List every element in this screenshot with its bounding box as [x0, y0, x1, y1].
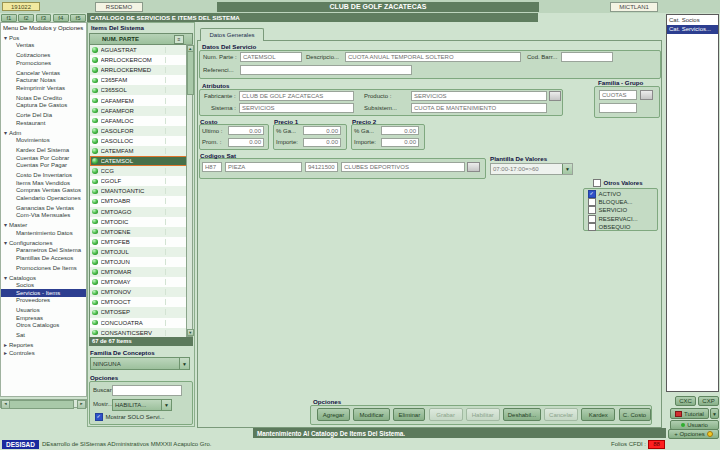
button-agregar[interactable]: Agregar — [317, 408, 350, 421]
option-servicio[interactable]: SERVICIO — [588, 206, 638, 214]
ultimo-input[interactable]: 0.00 — [228, 126, 264, 135]
item-row-casolfor[interactable]: CASOLFOR — [90, 126, 192, 136]
checkbox-servicio[interactable] — [588, 206, 596, 214]
solo-servicios-checkbox[interactable] — [95, 413, 103, 421]
item-row-c365fam[interactable]: C365FAM — [90, 75, 192, 85]
item-row-cmtomay[interactable]: CMTOMAY — [90, 277, 192, 287]
sat-unidad-input[interactable]: PIEZA — [225, 162, 302, 172]
sat-producto-input[interactable]: CLUBES DEPORTIVOS — [341, 162, 465, 172]
menu-item-ganancias-de-ventas[interactable]: Ganancias De Ventas — [1, 204, 86, 212]
item-row-cmtoene[interactable]: CMTOENE — [90, 227, 192, 237]
item-row-cafamfem[interactable]: CAFAMFEM — [90, 95, 192, 105]
checkbox-bloquea[interactable] — [588, 198, 596, 206]
item-row-cmtojun[interactable]: CMTOJUN — [90, 257, 192, 267]
column-num-parte[interactable]: NUM. PARTE — [102, 36, 139, 42]
tutorial-button[interactable]: Tutorial — [670, 408, 709, 419]
button-deshabil[interactable]: Deshabil... — [503, 408, 541, 421]
option-obsequio[interactable]: OBSEQUIO — [588, 223, 638, 231]
tutorial-dropdown-button[interactable]: ▼ — [710, 408, 719, 419]
plantilla-select[interactable]: 07:00-17:00=>60 ▼ — [490, 163, 573, 175]
menu-item-reimprimir-ventas[interactable]: Reimprimir Ventas — [1, 84, 86, 92]
right-tab-cat-servicios[interactable]: Cat. Servicios... — [667, 25, 718, 35]
fkey-f1[interactable]: f1 — [1, 14, 17, 22]
item-row-cmtojul[interactable]: CMTOJUL — [90, 247, 192, 257]
producto-lookup-button[interactable] — [549, 91, 561, 101]
menu-item-cotizaciones[interactable]: Cotizaciones — [1, 52, 86, 60]
sat-lookup-button[interactable] — [467, 162, 480, 172]
menu-item-ventas[interactable]: Ventas — [1, 42, 86, 50]
menu-item-cuentas-por-pagar[interactable]: Cuentas Por Pagar — [1, 162, 86, 170]
items-v-scrollbar[interactable]: ▲ ▼ — [186, 44, 193, 337]
cod-barras-input[interactable] — [561, 52, 613, 62]
option-bloquea[interactable]: BLOQUEA... — [588, 198, 638, 206]
menu-item-kardex-del-sistema[interactable]: Kardex Del Sistema — [1, 147, 86, 155]
menu-h-scrollbar[interactable]: ◄ ► — [0, 399, 87, 408]
menu-item-adm[interactable]: ▾Adm — [1, 129, 86, 137]
item-row-arrlockermed[interactable]: ARRLOCKERMED — [90, 65, 192, 75]
checkbox-reservaci[interactable] — [588, 215, 596, 223]
item-row-concuoatra[interactable]: CONCUOATRA — [90, 318, 192, 328]
item-row-aguastrat[interactable]: AGUASTRAT — [90, 45, 192, 55]
descripcion-input[interactable]: CUOTA ANUAL TEMPORAL SOLTERO — [345, 52, 521, 62]
items-list-header[interactable]: NUM. PARTE ≡ — [90, 34, 192, 45]
num-parte-input[interactable]: CATEMSOL — [240, 52, 302, 62]
menu-item-captura-de-gastos[interactable]: Captura De Gastos — [1, 102, 86, 110]
menu-item-servicios-items[interactable]: Servicios - Items — [1, 289, 86, 297]
fabricante-input[interactable]: CLUB DE GOLF ZACATECAS — [239, 91, 354, 101]
item-row-cmtofeb[interactable]: CMTOFEB — [90, 237, 192, 247]
item-row-cafamloc[interactable]: CAFAMLOC — [90, 116, 192, 126]
referencia-input[interactable] — [240, 65, 412, 75]
menu-item-corte-del-dia[interactable]: Corte Del Dia — [1, 112, 86, 120]
menu-item-proveedores[interactable]: Proveedores — [1, 297, 86, 305]
mostrar-select[interactable]: HABILITA... ▼ — [112, 399, 172, 411]
menu-item-compras-ventas-gastos[interactable]: Compras Ventas Gastos — [1, 187, 86, 195]
menu-item-configuraciones[interactable]: ▾Configuraciones — [1, 239, 86, 247]
menu-item-facturar-notas[interactable]: Facturar Notas — [1, 77, 86, 85]
precio2-ganancia-input[interactable]: 0.00 — [381, 126, 419, 135]
producto-input[interactable]: SERVICIOS — [411, 91, 547, 101]
grupo-input[interactable] — [599, 103, 637, 113]
right-tab-cat-socios[interactable]: Cat. Socios — [667, 15, 718, 25]
scroll-down-icon[interactable]: ▼ — [187, 329, 194, 336]
tab-datos-generales[interactable]: Datos Generales — [200, 28, 264, 41]
scroll-right-icon[interactable]: ► — [77, 400, 86, 409]
fkey-f5[interactable]: f5 — [70, 14, 86, 22]
menu-item-empresas[interactable]: Empresas — [1, 314, 86, 322]
mas-opciones-button[interactable]: + Opciones — [668, 429, 719, 439]
button-modificar[interactable]: Modificar — [353, 408, 390, 421]
otros-valores-checkbox[interactable] — [593, 179, 601, 187]
chevron-right-icon[interactable]: ▸ — [4, 342, 7, 348]
otros-valores-header[interactable]: Otros Valores — [593, 179, 643, 187]
menu-item-restaurant[interactable]: Restaurant — [1, 119, 86, 127]
item-row-cmtonov[interactable]: CMTONOV — [90, 287, 192, 297]
subsistema-input[interactable]: CUOTA DE MANTENIMIENTO — [411, 103, 547, 113]
cxp-button[interactable]: CXP — [698, 396, 719, 406]
chevron-down-icon[interactable]: ▾ — [4, 35, 7, 41]
item-row-catemfam[interactable]: CATEMFAM — [90, 146, 192, 156]
menu-item-costo-de-inventarios[interactable]: Costo De Inventarios — [1, 172, 86, 180]
button-kardex[interactable]: Kardex — [581, 408, 615, 421]
chevron-right-icon[interactable]: ▸ — [4, 350, 7, 356]
menu-item-movimientos[interactable]: Movimientos — [1, 137, 86, 145]
chevron-down-icon[interactable]: ▼ — [562, 164, 572, 174]
sat-unidad-clave-input[interactable]: H87 — [202, 162, 222, 172]
option-reservaci[interactable]: RESERVACI... — [588, 215, 638, 223]
menu-item-usuarios[interactable]: Usuarios — [1, 307, 86, 315]
button-eliminar[interactable]: Eliminar — [393, 408, 425, 421]
item-row-cmtosep[interactable]: CMTOSEP — [90, 307, 192, 317]
item-row-catemsol[interactable]: CATEMSOL — [90, 156, 192, 166]
precio1-importe-input[interactable]: 0.00 — [303, 138, 341, 147]
menu-item-reportes[interactable]: ▸Reportes — [1, 342, 86, 350]
menu-item-catalogos[interactable]: ▾Catalogos — [1, 274, 86, 282]
chevron-down-icon[interactable]: ▾ — [4, 130, 7, 136]
item-row-cafamfor[interactable]: CAFAMFOR — [90, 106, 192, 116]
menu-item-controles[interactable]: ▸Controles — [1, 349, 86, 357]
item-row-cmtooct[interactable]: CMTOOCT — [90, 297, 192, 307]
sat-producto-clave-input[interactable]: 94121500 — [305, 162, 338, 172]
menu-item-cuentas-por-cobrar[interactable]: Cuentas Por Cobrar — [1, 154, 86, 162]
menu-item-items-mas-vendidos[interactable]: Items Mas Vendidos — [1, 179, 86, 187]
menu-item-notas-de-credito[interactable]: Notas De Credito — [1, 94, 86, 102]
precio2-importe-input[interactable]: 0.00 — [381, 138, 419, 147]
item-row-casolloc[interactable]: CASOLLOC — [90, 136, 192, 146]
menu-item-otros-catalogos[interactable]: Otros Catalogos — [1, 322, 86, 330]
